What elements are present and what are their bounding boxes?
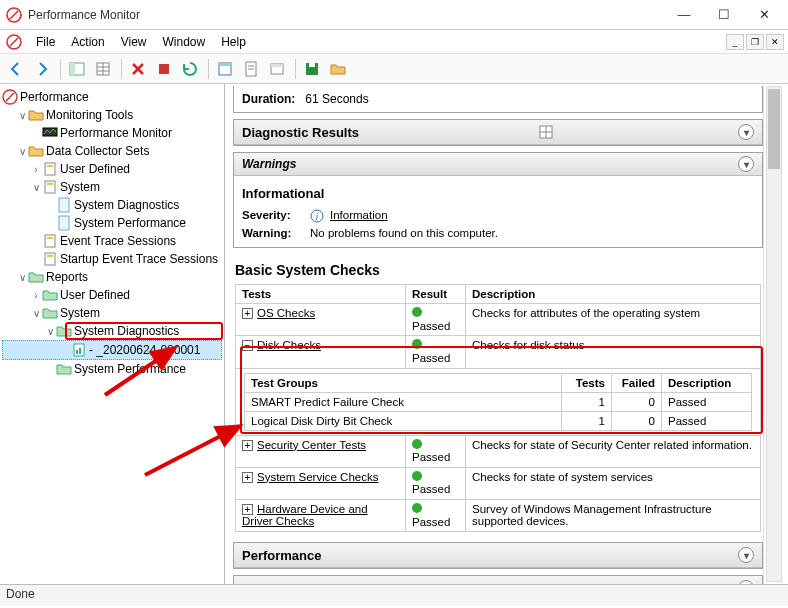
service-tests-link[interactable]: System Service Checks — [257, 471, 378, 483]
close-button[interactable]: ✕ — [744, 2, 784, 28]
collapse-icon[interactable]: ∨ — [16, 110, 28, 121]
disk-checks-link[interactable]: Disk Checks — [257, 339, 321, 351]
window-title: Performance Monitor — [28, 8, 664, 22]
tree-dcs-system-performance[interactable]: System Performance — [2, 214, 222, 232]
tree-label: - _20200624-000001 — [89, 343, 200, 357]
svg-rect-5 — [70, 63, 75, 75]
collapse-icon[interactable]: ∨ — [30, 182, 42, 193]
collapse-toggle-icon[interactable]: ▾ — [738, 547, 754, 563]
tree-reports-user-defined[interactable]: ›User Defined — [2, 286, 222, 304]
result-text: Passed — [412, 483, 450, 495]
section-warnings[interactable]: Warnings ▾ — [234, 153, 762, 176]
minimize-button[interactable]: — — [664, 2, 704, 28]
expand-icon[interactable]: + — [242, 308, 253, 319]
mdi-restore-button[interactable]: ❐ — [746, 34, 764, 50]
section-software-config[interactable]: Software Configuration ▾ — [234, 576, 762, 584]
svg-rect-21 — [309, 63, 315, 67]
svg-rect-28 — [47, 183, 53, 185]
collapse-icon[interactable]: − — [242, 340, 253, 351]
expand-icon[interactable]: + — [242, 440, 253, 451]
tree-reports-system-performance[interactable]: System Performance — [2, 360, 222, 378]
collapse-icon[interactable]: ∨ — [16, 272, 28, 283]
collector-icon — [42, 251, 58, 267]
security-tests-link[interactable]: Security Center Tests — [257, 439, 366, 451]
hardware-tests-link[interactable]: Hardware Device and Driver Checks — [242, 503, 368, 527]
navigation-tree[interactable]: Performance ∨Monitoring Tools Performanc… — [0, 84, 225, 584]
tree-data-collector-sets[interactable]: ∨Data Collector Sets — [2, 142, 222, 160]
back-button[interactable] — [4, 57, 28, 81]
duration-label: Duration: — [242, 92, 295, 106]
tree-dcs-system[interactable]: ∨System — [2, 178, 222, 196]
tree-startup-event-trace[interactable]: Startup Event Trace Sessions — [2, 250, 222, 268]
menu-file[interactable]: File — [28, 30, 63, 54]
mdi-close-button[interactable]: ✕ — [766, 34, 784, 50]
disk-test-groups-table: Test Groups Tests Failed Description SMA… — [244, 373, 752, 431]
menu-help[interactable]: Help — [213, 30, 254, 54]
report-folder-icon — [56, 361, 72, 377]
disk-checks-desc: Checks for disk status — [466, 336, 761, 368]
tree-root-performance[interactable]: Performance — [2, 88, 222, 106]
tree-label: System Diagnostics — [74, 198, 179, 212]
view-report-button[interactable] — [239, 57, 263, 81]
tree-reports[interactable]: ∨Reports — [2, 268, 222, 286]
tree-event-trace-sessions[interactable]: Event Trace Sessions — [2, 232, 222, 250]
status-pass-icon — [412, 307, 422, 317]
expand-icon[interactable]: + — [242, 504, 253, 515]
tree-reports-system[interactable]: ∨System — [2, 304, 222, 322]
tree-monitoring-tools[interactable]: ∨Monitoring Tools — [2, 106, 222, 124]
tree-label: User Defined — [60, 288, 130, 302]
expand-icon[interactable]: › — [30, 164, 42, 175]
expand-icon[interactable]: › — [30, 290, 42, 301]
report-folder-icon — [42, 305, 58, 321]
collapse-icon[interactable]: ∨ — [44, 326, 56, 337]
section-diagnostic-results[interactable]: Diagnostic Results ▾ — [234, 120, 762, 145]
mdi-minimize-button[interactable]: _ — [726, 34, 744, 50]
col-description: Description — [466, 285, 761, 304]
collapse-icon[interactable]: ∨ — [16, 146, 28, 157]
duration-value: 61 Seconds — [305, 92, 368, 106]
collapse-icon[interactable]: ∨ — [30, 308, 42, 319]
os-checks-link[interactable]: OS Checks — [257, 307, 315, 319]
menu-action[interactable]: Action — [63, 30, 112, 54]
svg-rect-33 — [45, 253, 55, 265]
section-performance[interactable]: Performance ▾ — [234, 543, 762, 568]
collector-icon — [42, 179, 58, 195]
view-folder-button[interactable] — [265, 57, 289, 81]
collector-icon — [42, 233, 58, 249]
view-log-button[interactable] — [213, 57, 237, 81]
report-folder-icon — [42, 287, 58, 303]
severity-value[interactable]: Information — [330, 209, 388, 223]
menu-window[interactable]: Window — [155, 30, 214, 54]
svg-line-1 — [10, 11, 18, 19]
tree-label: Performance — [20, 90, 89, 104]
scrollbar-thumb[interactable] — [768, 89, 780, 169]
expand-icon[interactable]: + — [242, 472, 253, 483]
tg-failed: 0 — [612, 411, 662, 430]
basic-checks-heading: Basic System Checks — [235, 258, 761, 284]
collapse-toggle-icon[interactable]: ▾ — [738, 580, 754, 584]
maximize-button[interactable]: ☐ — [704, 2, 744, 28]
collapse-toggle-icon[interactable]: ▾ — [738, 156, 754, 172]
hardware-desc: Survey of Windows Management Infrastruct… — [466, 500, 761, 532]
page-icon — [56, 215, 72, 231]
tree-dcs-user-defined[interactable]: ›User Defined — [2, 160, 222, 178]
tree-reports-system-diagnostics[interactable]: ∨System Diagnostics — [2, 322, 222, 340]
properties-button[interactable] — [91, 57, 115, 81]
tree-report-selected[interactable]: - _20200624-000001 — [2, 340, 222, 360]
menu-view[interactable]: View — [113, 30, 155, 54]
svg-line-3 — [10, 38, 18, 46]
delete-button[interactable] — [126, 57, 150, 81]
show-hide-tree-button[interactable] — [65, 57, 89, 81]
forward-button[interactable] — [30, 57, 54, 81]
tree-label: Reports — [46, 270, 88, 284]
tree-dcs-system-diagnostics[interactable]: System Diagnostics — [2, 196, 222, 214]
tg-row-dirtybit: Logical Disk Dirty Bit Check 1 0 Passed — [245, 411, 752, 430]
vertical-scrollbar[interactable] — [766, 86, 782, 582]
open-folder-button[interactable] — [326, 57, 350, 81]
tree-performance-monitor[interactable]: Performance Monitor — [2, 124, 222, 142]
menu-bar: File Action View Window Help _ ❐ ✕ — [0, 30, 788, 54]
stop-button[interactable] — [152, 57, 176, 81]
collapse-toggle-icon[interactable]: ▾ — [738, 124, 754, 140]
save-settings-button[interactable] — [300, 57, 324, 81]
refresh-button[interactable] — [178, 57, 202, 81]
